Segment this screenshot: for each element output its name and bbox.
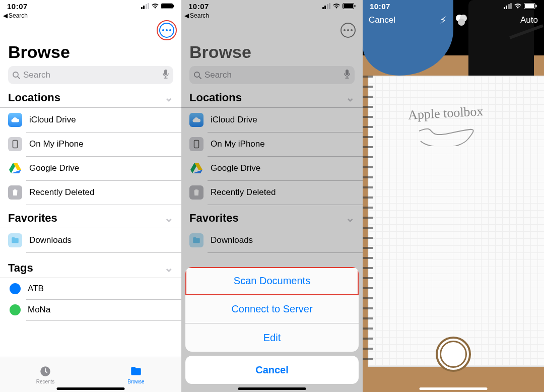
search-input[interactable]	[205, 70, 341, 80]
camera-cancel-button[interactable]: Cancel	[369, 15, 395, 25]
search-field[interactable]	[8, 66, 173, 84]
tag-color-dot	[10, 283, 21, 294]
tab-bar: Recents Browse	[0, 357, 181, 392]
chevron-down-icon: ⌄	[346, 91, 355, 104]
location-row-recently-deleted[interactable]: Recently Deleted	[181, 180, 363, 205]
phone-browse: 10:07 ◀ Search Browse	[0, 0, 181, 392]
tag-color-dot	[10, 304, 21, 315]
favorites-list: Downloads	[181, 228, 363, 252]
camera-top-controls: Cancel ⚡︎ Auto	[363, 15, 544, 25]
phone-camera-scan: 10:07 Apple toolbox Cancel ⚡︎ Auto	[363, 0, 544, 392]
section-header-locations[interactable]: Locations ⌄	[181, 91, 363, 107]
svg-rect-2	[173, 5, 174, 7]
action-edit[interactable]: Edit	[185, 323, 359, 352]
row-label: iCloud Drive	[29, 115, 76, 125]
status-time: 10:07	[370, 2, 390, 11]
wifi-icon	[332, 2, 341, 11]
location-row-google-drive[interactable]: Google Drive	[0, 156, 181, 180]
page-title: Browse	[181, 40, 363, 66]
search-input[interactable]	[23, 70, 159, 80]
page-title: Browse	[0, 40, 181, 66]
svg-line-15	[199, 77, 201, 79]
wifi-icon	[151, 2, 159, 11]
status-indicators	[141, 2, 175, 11]
row-label: Google Drive	[29, 163, 79, 173]
back-nav[interactable]: ◀ Search	[0, 12, 181, 20]
trash-icon	[8, 185, 22, 200]
camera-mode-auto[interactable]: Auto	[520, 15, 538, 25]
row-label: Google Drive	[211, 163, 260, 173]
section-header-favorites[interactable]: Favorites ⌄	[0, 212, 181, 228]
action-sheet: Scan Documents Connect to Server Edit Ca…	[185, 267, 359, 384]
favorites-list: Downloads	[0, 228, 181, 252]
tag-row-atb[interactable]: ATB	[0, 278, 181, 299]
location-row-recently-deleted[interactable]: Recently Deleted	[0, 180, 181, 205]
location-row-on-my-iphone[interactable]: On My iPhone	[0, 132, 181, 156]
ellipsis-icon	[344, 29, 353, 31]
section-header-favorites[interactable]: Favorites ⌄	[181, 212, 363, 228]
row-label: On My iPhone	[211, 139, 265, 149]
section-title: Favorites	[189, 212, 239, 225]
screen-1: 10:07 ◀ Search Browse	[0, 0, 181, 320]
chevron-down-icon: ⌄	[164, 212, 173, 225]
dictation-icon[interactable]	[162, 69, 169, 81]
google-drive-icon	[189, 161, 203, 175]
google-drive-icon	[8, 161, 22, 175]
locations-list: iCloud Drive On My iPhone Google Drive R…	[0, 107, 181, 205]
cloud-icon	[8, 113, 22, 127]
filters-icon[interactable]	[456, 15, 467, 26]
shutter-button[interactable]	[436, 337, 471, 372]
scene-object	[468, 0, 534, 81]
battery-icon	[343, 2, 356, 11]
svg-rect-13	[355, 5, 356, 7]
row-label: Recently Deleted	[29, 187, 94, 198]
section-header-tags[interactable]: Tags ⌄	[0, 262, 181, 278]
tag-row-mona[interactable]: MoNa	[0, 299, 181, 320]
more-button[interactable]	[159, 23, 174, 38]
home-indicator[interactable]	[238, 387, 306, 390]
more-button[interactable]	[341, 23, 356, 38]
row-label: ATB	[28, 284, 44, 294]
folder-icon	[129, 365, 143, 378]
section-header-locations[interactable]: Locations ⌄	[0, 91, 181, 107]
svg-line-4	[18, 77, 20, 79]
battery-icon	[524, 2, 537, 11]
status-time: 10:07	[7, 2, 28, 11]
row-label: Recently Deleted	[211, 187, 276, 198]
svg-rect-23	[536, 5, 537, 7]
cloud-icon	[189, 113, 203, 127]
dictation-icon[interactable]	[344, 69, 351, 81]
location-row-google-drive[interactable]: Google Drive	[181, 156, 363, 180]
svg-rect-1	[162, 4, 172, 8]
folder-icon	[8, 233, 22, 247]
tab-browse[interactable]: Browse	[91, 357, 181, 392]
search-icon	[193, 71, 201, 79]
location-row-icloud[interactable]: iCloud Drive	[181, 108, 363, 132]
iphone-icon	[189, 137, 203, 151]
back-label: Search	[190, 12, 209, 19]
favorite-row-downloads[interactable]: Downloads	[181, 228, 363, 252]
action-connect-to-server[interactable]: Connect to Server	[185, 295, 359, 323]
favorite-row-downloads[interactable]: Downloads	[0, 228, 181, 252]
back-chevron-icon: ◀	[3, 12, 8, 19]
location-row-on-my-iphone[interactable]: On My iPhone	[181, 132, 363, 156]
status-indicators	[322, 2, 356, 11]
section-title: Tags	[8, 262, 33, 275]
row-label: On My iPhone	[29, 139, 84, 149]
back-chevron-icon: ◀	[184, 12, 189, 19]
location-row-icloud[interactable]: iCloud Drive	[0, 108, 181, 132]
home-indicator[interactable]	[57, 387, 125, 390]
action-cancel[interactable]: Cancel	[185, 356, 359, 384]
cellular-signal-icon	[322, 4, 331, 9]
action-scan-documents[interactable]: Scan Documents	[185, 267, 359, 295]
row-label: MoNa	[28, 305, 50, 315]
folder-icon	[189, 233, 203, 247]
back-nav[interactable]: ◀ Search	[181, 12, 363, 20]
back-label: Search	[9, 12, 28, 19]
search-icon	[12, 71, 20, 79]
annotation-highlight	[157, 20, 177, 40]
home-indicator[interactable]	[420, 387, 488, 390]
search-field[interactable]	[189, 66, 355, 84]
flash-icon[interactable]: ⚡︎	[440, 14, 447, 26]
tab-recents[interactable]: Recents	[0, 357, 91, 392]
